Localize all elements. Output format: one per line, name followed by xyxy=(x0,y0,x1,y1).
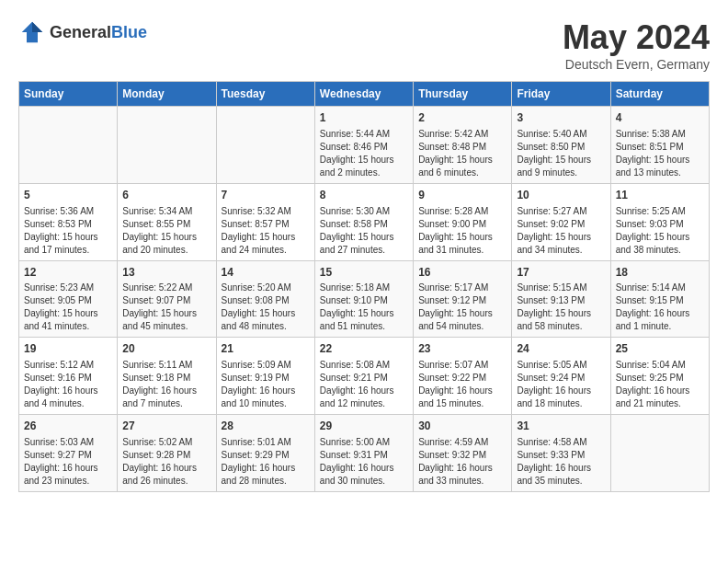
day-info: Daylight: 15 hours xyxy=(418,307,506,320)
day-info: Daylight: 16 hours xyxy=(418,385,506,397)
day-cell: 23Sunrise: 5:07 AMSunset: 9:22 PMDayligh… xyxy=(414,338,512,415)
day-number: 4 xyxy=(616,110,704,126)
day-cell: 22Sunrise: 5:08 AMSunset: 9:21 PMDayligh… xyxy=(314,338,413,415)
day-info: Sunrise: 5:07 AM xyxy=(418,359,506,372)
day-info: Sunrise: 5:03 AM xyxy=(24,436,112,449)
day-info: Sunset: 9:28 PM xyxy=(122,449,210,462)
day-number: 15 xyxy=(320,265,408,281)
day-number: 31 xyxy=(517,419,605,434)
day-cell xyxy=(118,107,216,184)
day-cell xyxy=(19,107,118,184)
day-info: Sunrise: 4:59 AM xyxy=(418,436,506,449)
day-info: Daylight: 15 hours xyxy=(517,231,605,244)
day-info: and 1 minute. xyxy=(616,320,704,333)
day-number: 14 xyxy=(222,265,310,281)
header-cell-monday: Monday xyxy=(118,82,216,107)
day-cell: 27Sunrise: 5:02 AMSunset: 9:28 PMDayligh… xyxy=(118,415,216,492)
day-info: Sunrise: 4:58 AM xyxy=(517,436,605,449)
day-info: Daylight: 16 hours xyxy=(616,307,704,320)
day-info: Daylight: 15 hours xyxy=(24,231,112,244)
day-info: Daylight: 15 hours xyxy=(517,307,605,320)
day-info: and 48 minutes. xyxy=(222,320,310,333)
day-info: Daylight: 15 hours xyxy=(222,231,310,244)
day-info: Sunset: 9:21 PM xyxy=(320,372,408,385)
day-cell: 1Sunrise: 5:44 AMSunset: 8:46 PMDaylight… xyxy=(314,107,413,184)
day-info: and 45 minutes. xyxy=(122,320,210,333)
day-cell: 10Sunrise: 5:27 AMSunset: 9:02 PMDayligh… xyxy=(512,183,610,260)
day-info: Sunset: 9:13 PM xyxy=(517,294,605,307)
day-info: Sunset: 9:29 PM xyxy=(222,449,310,462)
day-number: 10 xyxy=(517,188,605,203)
day-number: 22 xyxy=(320,341,408,357)
day-info: Sunrise: 5:08 AM xyxy=(320,359,408,372)
day-cell: 3Sunrise: 5:40 AMSunset: 8:50 PMDaylight… xyxy=(512,107,610,184)
day-info: Daylight: 16 hours xyxy=(517,385,605,397)
day-cell: 17Sunrise: 5:15 AMSunset: 9:13 PMDayligh… xyxy=(512,260,610,338)
day-cell: 13Sunrise: 5:22 AMSunset: 9:07 PMDayligh… xyxy=(118,260,216,338)
day-number: 1 xyxy=(320,110,408,126)
week-row-2: 5Sunrise: 5:36 AMSunset: 8:53 PMDaylight… xyxy=(19,183,710,260)
day-info: and 51 minutes. xyxy=(320,320,408,333)
day-info: Daylight: 16 hours xyxy=(122,385,210,397)
day-info: and 23 minutes. xyxy=(24,475,112,488)
day-info: Sunrise: 5:12 AM xyxy=(24,359,112,372)
day-info: and 33 minutes. xyxy=(418,475,506,488)
day-info: Sunset: 8:55 PM xyxy=(122,218,210,231)
day-info: Sunrise: 5:32 AM xyxy=(222,205,310,218)
day-info: Sunrise: 5:00 AM xyxy=(320,436,408,449)
day-info: Daylight: 15 hours xyxy=(222,307,310,320)
day-number: 12 xyxy=(24,265,112,281)
day-info: and 34 minutes. xyxy=(517,244,605,257)
day-number: 7 xyxy=(222,188,310,203)
day-info: Sunrise: 5:34 AM xyxy=(122,205,210,218)
day-cell xyxy=(610,415,709,492)
day-info: Sunrise: 5:28 AM xyxy=(418,205,506,218)
day-info: Sunrise: 5:18 AM xyxy=(320,282,408,294)
day-info: Sunrise: 5:23 AM xyxy=(24,282,112,294)
day-info: Sunset: 9:33 PM xyxy=(517,449,605,462)
day-number: 19 xyxy=(24,341,112,357)
day-info: Sunrise: 5:15 AM xyxy=(517,282,605,294)
day-info: Daylight: 16 hours xyxy=(222,462,310,475)
day-info: Sunset: 9:31 PM xyxy=(320,449,408,462)
header-cell-thursday: Thursday xyxy=(414,82,512,107)
day-info: Sunset: 9:07 PM xyxy=(122,294,210,307)
logo-text: GeneralBlue xyxy=(50,24,147,40)
day-cell: 20Sunrise: 5:11 AMSunset: 9:18 PMDayligh… xyxy=(118,338,216,415)
day-info: and 24 minutes. xyxy=(222,244,310,257)
day-info: and 30 minutes. xyxy=(320,475,408,488)
day-cell: 2Sunrise: 5:42 AMSunset: 8:48 PMDaylight… xyxy=(414,107,512,184)
day-cell: 19Sunrise: 5:12 AMSunset: 9:16 PMDayligh… xyxy=(19,338,118,415)
day-info: Sunrise: 5:42 AM xyxy=(418,128,506,141)
title-block: May 2024 Deutsch Evern, Germany xyxy=(563,18,710,72)
day-info: Daylight: 16 hours xyxy=(320,385,408,397)
day-info: Sunrise: 5:25 AM xyxy=(616,205,704,218)
day-info: Sunset: 8:58 PM xyxy=(320,218,408,231)
week-row-1: 1Sunrise: 5:44 AMSunset: 8:46 PMDaylight… xyxy=(19,107,710,184)
day-info: Sunset: 9:15 PM xyxy=(616,294,704,307)
day-info: and 38 minutes. xyxy=(616,244,704,257)
day-info: Sunrise: 5:22 AM xyxy=(122,282,210,294)
day-cell: 14Sunrise: 5:20 AMSunset: 9:08 PMDayligh… xyxy=(216,260,314,338)
day-cell: 5Sunrise: 5:36 AMSunset: 8:53 PMDaylight… xyxy=(19,183,118,260)
day-info: and 35 minutes. xyxy=(517,475,605,488)
day-info: Sunrise: 5:05 AM xyxy=(517,359,605,372)
day-number: 28 xyxy=(222,419,310,434)
day-info: Daylight: 15 hours xyxy=(320,307,408,320)
logo: GeneralBlue xyxy=(18,18,147,46)
day-cell: 25Sunrise: 5:04 AMSunset: 9:25 PMDayligh… xyxy=(610,338,709,415)
day-number: 8 xyxy=(320,188,408,203)
day-info: Daylight: 15 hours xyxy=(122,307,210,320)
day-info: Daylight: 15 hours xyxy=(418,231,506,244)
day-info: Daylight: 16 hours xyxy=(418,462,506,475)
day-cell: 4Sunrise: 5:38 AMSunset: 8:51 PMDaylight… xyxy=(610,107,709,184)
logo-icon xyxy=(18,18,46,46)
day-info: Sunrise: 5:04 AM xyxy=(616,359,704,372)
day-info: Sunset: 9:16 PM xyxy=(24,372,112,385)
day-info: Sunset: 9:24 PM xyxy=(517,372,605,385)
day-info: Sunset: 8:48 PM xyxy=(418,141,506,154)
day-number: 18 xyxy=(616,265,704,281)
week-row-4: 19Sunrise: 5:12 AMSunset: 9:16 PMDayligh… xyxy=(19,338,710,415)
day-info: and 6 minutes. xyxy=(418,167,506,179)
day-info: and 58 minutes. xyxy=(517,320,605,333)
